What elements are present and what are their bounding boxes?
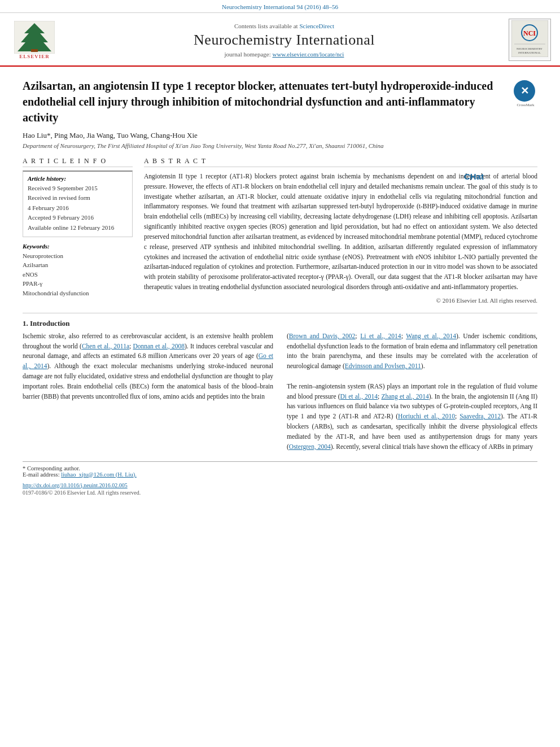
introduction-section: 1. Introduction Ischemic stroke, also re… <box>23 319 537 452</box>
ref-wang2014[interactable]: Wang et al., 2014 <box>406 333 456 339</box>
journal-ref-text: Neurochemistry International 94 (2016) 4… <box>222 3 338 10</box>
nci-logo: NCI NEUROCHEMISTRY INTERNATIONAL <box>509 19 551 61</box>
ref-saavedra2012[interactable]: Saavedra, 2012 <box>460 413 501 420</box>
accepted-row: Accepted 9 February 2016 <box>28 213 128 222</box>
ref-brown2002[interactable]: Brown and Davis, 2002 <box>289 333 356 339</box>
intro-left-text: Ischemic stroke, also referred to as cer… <box>23 331 273 402</box>
article-title: Azilsartan, an angiotensin II type 1 rec… <box>23 78 508 125</box>
svg-text:NEUROCHEMISTRY: NEUROCHEMISTRY <box>517 47 542 50</box>
history-title: Article history: <box>28 175 128 182</box>
article-info-title: A R T I C L E I N F O <box>23 157 133 167</box>
affiliation-line: Department of Neurosurgery, The First Af… <box>23 142 537 149</box>
ref-zhang2014[interactable]: Zhang et al., 2014 <box>381 393 428 400</box>
journal-name: Neurochemistry International <box>65 32 503 49</box>
journal-title-block: Contents lists available at ScienceDirec… <box>65 23 503 58</box>
ref-di2014[interactable]: Di et al., 2014 <box>340 393 378 400</box>
keyword-mitochondrial: Mitochondrial dysfunction <box>23 289 133 298</box>
homepage-line: journal homepage: www.elsevier.com/locat… <box>65 51 503 58</box>
section-divider <box>23 313 537 313</box>
email-link[interactable]: liuhao_xjtu@126.com (H. Liu). <box>61 471 137 478</box>
received-row: Received 9 September 2015 <box>28 184 128 193</box>
ref-chen2011[interactable]: Chen et al., 2011a <box>82 343 129 350</box>
keyword-azilsartan: Azilsartan <box>23 260 133 270</box>
email-label: E-mail address: <box>23 471 60 478</box>
nci-logo-text: NCI NEUROCHEMISTRY INTERNATIONAL <box>511 20 548 59</box>
abstract-text: Angiotensin II type 1 receptor (AT1-R) b… <box>144 172 537 292</box>
contents-line: Contents lists available at ScienceDirec… <box>65 23 503 29</box>
chat-overlay[interactable]: CHat <box>464 172 484 181</box>
received-revised-row: Received in revised form <box>28 194 128 202</box>
authors-text: Hao Liu*, Ping Mao, Jia Wang, Tuo Wang, … <box>23 131 198 139</box>
keyword-enos: eNOS <box>23 270 133 279</box>
ref-donnan2008[interactable]: Donnan et al., 2008 <box>133 343 185 350</box>
crossmark-logo: ✕ CrossMark <box>514 80 537 104</box>
intro-right-text-1: (Brown and Davis, 2002; Li et al., 2014;… <box>287 331 537 372</box>
intro-columns: Ischemic stroke, also referred to as cer… <box>23 331 537 452</box>
ref-edvinsson2011[interactable]: Edvinsson and Povlsen, 2011 <box>345 362 421 369</box>
ref-go2014[interactable]: Go et al., 2014 <box>23 352 273 369</box>
copyright-line: © 2016 Elsevier Ltd. All rights reserved… <box>144 297 537 304</box>
contents-prefix: Contents lists available at <box>234 23 299 29</box>
doi-line: http://dx.doi.org/10.1016/j.neuint.2016.… <box>23 482 537 488</box>
authors-line: Hao Liu*, Ping Mao, Jia Wang, Tuo Wang, … <box>23 131 537 140</box>
corresponding-text: * Corresponding author. <box>23 465 80 471</box>
intro-right-col: (Brown and Davis, 2002; Li et al., 2014;… <box>287 331 537 452</box>
ref-li2014[interactable]: Li et al., 2014 <box>360 333 401 339</box>
journal-header: ELSEVIER Contents lists available at Sci… <box>0 13 560 67</box>
homepage-prefix: journal homepage: <box>225 51 273 58</box>
keywords-title: Keywords: <box>23 243 133 250</box>
elsevier-tree-icon <box>14 21 55 54</box>
available-row: Available online 12 February 2016 <box>28 224 128 232</box>
article-title-section: Azilsartan, an angiotensin II type 1 rec… <box>23 78 537 125</box>
svg-text:NCI: NCI <box>523 29 536 37</box>
ref-horiuchi2010[interactable]: Horiuchi et al., 2010 <box>398 413 455 420</box>
crossmark-icon: ✕ <box>514 80 535 102</box>
elsevier-logo: ELSEVIER <box>9 21 60 59</box>
email-line: E-mail address: liuhao_xjtu@126.com (H. … <box>23 471 537 478</box>
revised-date-row: 4 February 2016 <box>28 204 128 212</box>
issn-line: 0197-0186/© 2016 Elsevier Ltd. All right… <box>23 490 537 496</box>
keyword-neuroprotection: Neuroprotection <box>23 251 133 261</box>
ref-ostergren2004[interactable]: Ostergren, 2004 <box>289 443 331 450</box>
footnote-area: * Corresponding author. E-mail address: … <box>23 461 537 496</box>
crossmark-label: CrossMark <box>514 103 537 107</box>
article-info-abstract: A R T I C L E I N F O Article history: R… <box>23 157 537 304</box>
corresponding-author: * Corresponding author. <box>23 465 537 471</box>
article-history-block: Article history: Received 9 September 20… <box>23 171 133 237</box>
keyword-ppar: PPAR-γ <box>23 279 133 289</box>
doi-link[interactable]: http://dx.doi.org/10.1016/j.neuint.2016.… <box>23 482 128 488</box>
svg-text:INTERNATIONAL: INTERNATIONAL <box>518 51 541 54</box>
article-body: Azilsartan, an angiotensin II type 1 rec… <box>0 67 560 507</box>
homepage-link[interactable]: www.elsevier.com/locate/nci <box>272 51 344 58</box>
keywords-block: Keywords: Neuroprotection Azilsartan eNO… <box>23 243 133 298</box>
intro-heading: 1. Introduction <box>23 319 537 328</box>
sciencedirect-link[interactable]: ScienceDirect <box>299 23 334 29</box>
abstract-title: A B S T R A C T <box>144 157 537 167</box>
article-info-panel: A R T I C L E I N F O Article history: R… <box>23 157 133 304</box>
elsevier-text: ELSEVIER <box>19 54 50 59</box>
journal-reference: Neurochemistry International 94 (2016) 4… <box>0 0 560 13</box>
intro-left-col: Ischemic stroke, also referred to as cer… <box>23 331 273 452</box>
svg-rect-2 <box>31 49 38 52</box>
intro-right-text-2: The renin–angiotensin system (RAS) plays… <box>287 382 537 452</box>
